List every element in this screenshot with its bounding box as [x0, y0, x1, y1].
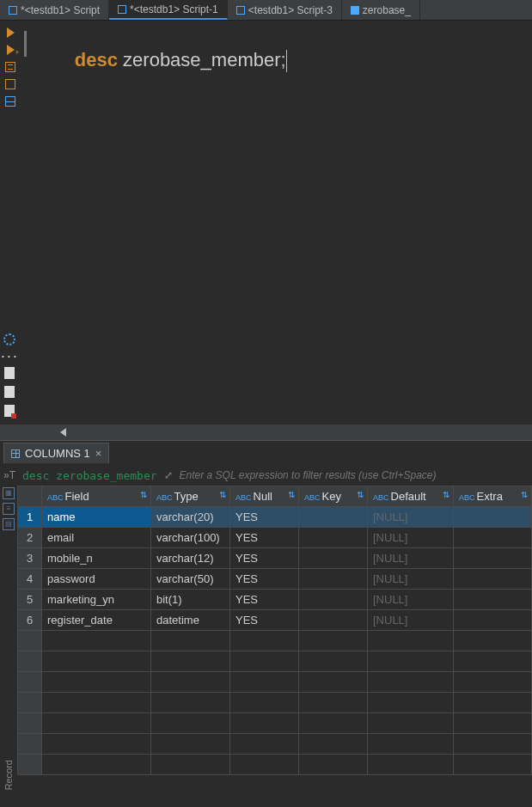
cell-field[interactable]: password — [42, 569, 151, 590]
explain-icon[interactable] — [5, 79, 15, 89]
tab-script-1[interactable]: *<testdb1> Script-1 — [109, 0, 228, 20]
cell-key[interactable] — [299, 507, 368, 528]
sql-file-icon — [9, 6, 17, 15]
filter-bar: »T desc zerobase_member ⤢ — [0, 465, 532, 486]
cell-null[interactable]: YES — [230, 548, 299, 569]
cards-mode-icon[interactable]: ▤ — [3, 518, 15, 530]
tab-script[interactable]: *<testdb1> Script — [0, 0, 109, 20]
grid-mode-icon[interactable]: ▦ — [3, 487, 15, 499]
cell-null[interactable]: YES — [230, 610, 299, 631]
col-type[interactable]: ABCType⇅ — [151, 486, 230, 507]
type-badge-icon: ABC — [47, 493, 64, 502]
scroll-left-icon[interactable] — [60, 428, 66, 437]
cell-extra[interactable] — [454, 569, 532, 590]
cell-default[interactable]: [NULL] — [368, 610, 454, 631]
page-icon[interactable] — [4, 386, 15, 398]
text-cursor — [286, 50, 287, 72]
cell-type[interactable]: varchar(20) — [151, 507, 230, 528]
sql-file-icon — [236, 6, 245, 15]
col-label: Extra — [477, 490, 503, 503]
table-icon — [351, 6, 359, 15]
cell-field[interactable]: name — [42, 507, 151, 528]
sql-keyword: desc — [75, 49, 118, 70]
cell-field[interactable]: register_date — [42, 610, 151, 631]
cell-extra[interactable] — [454, 507, 532, 528]
script-icon[interactable] — [5, 62, 15, 72]
row-number[interactable]: 4 — [18, 569, 42, 590]
sql-editor[interactable]: desc zerobase_member; — [21, 21, 532, 425]
cell-type[interactable]: bit(1) — [151, 590, 230, 610]
row-number[interactable]: 3 — [18, 548, 42, 569]
grid-wrap: ▦ ≡ ▤ Record ABCField⇅ ABCType⇅ ABCNull⇅… — [0, 486, 532, 807]
expand-icon[interactable]: ⤢ — [164, 469, 173, 481]
sort-icon[interactable]: ⇅ — [140, 490, 147, 499]
cell-null[interactable]: YES — [230, 590, 299, 610]
table-row[interactable]: 3mobile_nvarchar(12)YES[NULL] — [18, 548, 532, 569]
editor-hscroll[interactable] — [0, 425, 532, 440]
cell-default[interactable]: [NULL] — [368, 569, 454, 590]
cell-key[interactable] — [299, 610, 368, 631]
tab-zerobase[interactable]: zerobase_ — [342, 0, 420, 20]
cell-extra[interactable] — [454, 610, 532, 631]
plan-icon[interactable] — [5, 96, 15, 107]
page-icon[interactable] — [4, 367, 15, 379]
results-tab-columns[interactable]: COLUMNS 1 × — [3, 443, 109, 463]
tab-label: *<testdb1> Script — [21, 4, 100, 16]
cell-field[interactable]: marketing_yn — [42, 590, 151, 610]
cell-default[interactable]: [NULL] — [368, 507, 454, 528]
cell-extra[interactable] — [454, 548, 532, 569]
cell-default[interactable]: [NULL] — [368, 548, 454, 569]
sort-icon[interactable]: ⇅ — [288, 490, 295, 499]
type-badge-icon: ABC — [373, 493, 389, 502]
cell-key[interactable] — [299, 590, 368, 610]
row-number[interactable]: 1 — [18, 507, 42, 528]
text-mode-icon[interactable]: ≡ — [3, 503, 15, 515]
sort-icon[interactable]: ⇅ — [521, 490, 528, 499]
table-row[interactable]: 1namevarchar(20)YES[NULL] — [18, 507, 532, 528]
sort-icon[interactable]: ⇅ — [357, 490, 364, 499]
tab-script-3[interactable]: <testdb1> Script-3 — [228, 0, 342, 20]
cell-type[interactable]: varchar(50) — [151, 569, 230, 590]
run-new-icon[interactable] — [7, 45, 15, 55]
table-row[interactable]: 5marketing_ynbit(1)YES[NULL] — [18, 590, 532, 610]
cell-extra[interactable] — [454, 590, 532, 610]
table-row[interactable]: 2emailvarchar(100)YES[NULL] — [18, 528, 532, 548]
cell-null[interactable]: YES — [230, 569, 299, 590]
table-row-empty — [18, 651, 532, 672]
cell-default[interactable]: [NULL] — [368, 590, 454, 610]
cell-extra[interactable] — [454, 528, 532, 548]
cell-field[interactable]: mobile_n — [42, 548, 151, 569]
cell-key[interactable] — [299, 569, 368, 590]
sort-icon[interactable]: ⇅ — [219, 490, 226, 499]
sort-icon[interactable]: ⇅ — [443, 490, 449, 499]
cell-type[interactable]: varchar(100) — [151, 528, 230, 548]
cell-null[interactable]: YES — [230, 507, 299, 528]
close-icon[interactable]: × — [95, 447, 102, 460]
gear-icon[interactable] — [3, 333, 15, 345]
table-row[interactable]: 6register_datedatetimeYES[NULL] — [18, 610, 532, 631]
col-null[interactable]: ABCNull⇅ — [230, 486, 299, 507]
table-row[interactable]: 4passwordvarchar(50)YES[NULL] — [18, 569, 532, 590]
col-key[interactable]: ABCKey⇅ — [299, 486, 368, 507]
result-grid[interactable]: ABCField⇅ ABCType⇅ ABCNull⇅ ABCKey⇅ ABCD… — [17, 486, 532, 807]
corner-cell[interactable] — [18, 486, 42, 507]
table-body: 1namevarchar(20)YES[NULL] 2emailvarchar(… — [18, 507, 532, 775]
tab-label: zerobase_ — [363, 4, 411, 16]
col-extra[interactable]: ABCExtra⇅ — [454, 486, 532, 507]
page-error-icon[interactable] — [4, 405, 15, 417]
filter-input[interactable] — [180, 469, 529, 481]
run-icon[interactable] — [7, 28, 15, 38]
cell-default[interactable]: [NULL] — [368, 528, 454, 548]
cell-type[interactable]: varchar(12) — [151, 548, 230, 569]
record-label: Record — [3, 760, 14, 790]
cell-key[interactable] — [299, 548, 368, 569]
col-default[interactable]: ABCDefault⇅ — [368, 486, 454, 507]
row-number[interactable]: 5 — [18, 590, 42, 610]
row-number[interactable]: 6 — [18, 610, 42, 631]
cell-key[interactable] — [299, 528, 368, 548]
col-field[interactable]: ABCField⇅ — [42, 486, 151, 507]
cell-null[interactable]: YES — [230, 528, 299, 548]
row-number[interactable]: 2 — [18, 528, 42, 548]
cell-type[interactable]: datetime — [151, 610, 230, 631]
cell-field[interactable]: email — [42, 528, 151, 548]
